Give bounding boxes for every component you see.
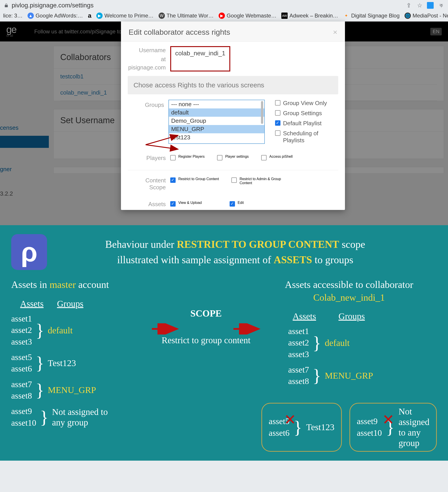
browser-chrome: pivlog.pisignage.com/settings ⇪ ☆ ক lice… bbox=[0, 0, 448, 21]
checkbox-icon bbox=[261, 155, 266, 160]
checkbox-icon bbox=[275, 120, 280, 126]
modal-title: Edit collaborator access rights bbox=[129, 28, 230, 37]
brace-icon: } bbox=[36, 325, 44, 336]
asset-group-row: asset1asset2asset3 } default bbox=[11, 313, 151, 348]
column-title: Assets accessible to collaborator Colab_… bbox=[261, 279, 437, 303]
players-label: Players bbox=[128, 154, 170, 162]
bookmark-item[interactable]: ✦Digital Signage Blog bbox=[343, 12, 400, 19]
bookmark-item[interactable]: WThe Ultimate Wor… bbox=[159, 12, 214, 19]
brace-icon: } bbox=[36, 385, 44, 395]
groups-label: Groups bbox=[128, 100, 168, 144]
mediapost-icon: 🌐 bbox=[405, 12, 411, 19]
checkbox-icon bbox=[231, 177, 237, 183]
username-label: Username at pisignage.com bbox=[128, 46, 170, 72]
pisignage-logo: ρ bbox=[11, 234, 47, 270]
lock-icon bbox=[4, 3, 9, 8]
bookmark-item[interactable]: a bbox=[88, 12, 92, 19]
check-group-view[interactable]: Group View Only bbox=[275, 100, 338, 107]
close-icon[interactable]: × bbox=[333, 28, 337, 37]
players-row: Players Register Players Player settings… bbox=[121, 151, 345, 167]
access-prompt: Chose access Rights to the various scree… bbox=[128, 76, 338, 94]
prime-icon: ▶ bbox=[96, 12, 102, 19]
column-title: Assets in master account bbox=[11, 279, 151, 290]
content-scope-label: Content Scope bbox=[128, 177, 170, 191]
check-register-players[interactable]: Register Players bbox=[170, 154, 204, 160]
group-permission-checks: Group View Only Group Settings Default P… bbox=[275, 100, 338, 144]
wordpress-icon: W bbox=[159, 12, 165, 19]
groups-select[interactable]: --- none --- default Demo_Group MENU_GRP… bbox=[168, 100, 265, 144]
brace-icon: } bbox=[313, 370, 321, 381]
check-scheduling[interactable]: Scheduling of Playlists bbox=[275, 130, 338, 144]
group-option-menu[interactable]: MENU_GRP bbox=[169, 125, 264, 133]
check-access-pishell[interactable]: Access piShell bbox=[261, 154, 293, 160]
checkbox-icon bbox=[170, 155, 176, 160]
modal-header: Edit collaborator access rights × bbox=[121, 21, 345, 42]
edit-collaborator-modal: Edit collaborator access rights × Userna… bbox=[121, 21, 345, 210]
username-row: Username at pisignage.com colab_new_indi… bbox=[121, 42, 345, 73]
table-header: AssetsGroups bbox=[293, 311, 437, 321]
bookmark-item[interactable]: lice: 3… bbox=[3, 12, 23, 19]
x-icon: × bbox=[383, 413, 394, 425]
bookmark-item[interactable]: 🌐MediaPost - News… bbox=[405, 12, 448, 19]
app-area: ge or all Follow us at twitter.com/piSig… bbox=[0, 21, 448, 225]
signage-icon: ✦ bbox=[343, 12, 349, 19]
infographic-title: Behaviour under RESTRICT TO GROUP CONTEN… bbox=[61, 236, 437, 267]
bookmark-item[interactable]: ▶Welcome to Prime… bbox=[96, 12, 154, 19]
excluded-box: asset9asset10 } Not assigned to any grou… bbox=[349, 403, 437, 452]
check-restrict-group[interactable]: Restrict to Group Content bbox=[170, 177, 219, 185]
group-option-none[interactable]: --- none --- bbox=[169, 100, 264, 108]
check-restrict-admin[interactable]: Restrict to Admin & Group Content bbox=[231, 177, 290, 185]
excluded-row: asset5asset6 } Test123 × asset9asset10 }… bbox=[261, 403, 437, 452]
youtube-icon: ▶ bbox=[219, 12, 225, 19]
asset-group-row: asset7asset8 } MENU_GRP bbox=[11, 379, 151, 402]
brace-icon: } bbox=[36, 358, 44, 368]
bookmark-item[interactable]: ▶Google Webmaste… bbox=[219, 12, 276, 19]
check-group-settings[interactable]: Group Settings bbox=[275, 110, 338, 117]
scope-arrows bbox=[151, 323, 261, 335]
group-option-demo[interactable]: Demo_Group bbox=[169, 117, 264, 125]
google-icon: ▲ bbox=[28, 12, 34, 19]
scrollbar-thumb[interactable] bbox=[261, 101, 263, 124]
share-icon[interactable]: ⇪ bbox=[406, 2, 412, 9]
address-bar: pivlog.pisignage.com/settings ⇪ ☆ ক bbox=[0, 0, 448, 11]
checkbox-icon bbox=[275, 100, 280, 105]
checkbox-icon bbox=[230, 201, 235, 206]
check-view-upload[interactable]: View & Upload bbox=[170, 201, 202, 206]
collaborator-assets-column: Assets accessible to collaborator Colab_… bbox=[261, 279, 437, 451]
asset-group-row: asset5asset6 } Test123 bbox=[11, 351, 151, 375]
checkbox-icon bbox=[275, 130, 280, 136]
assets-label: Assets bbox=[128, 201, 170, 208]
amazon-icon: a bbox=[88, 12, 92, 19]
url-text[interactable]: pivlog.pisignage.com/settings bbox=[12, 2, 403, 9]
hindi-icon[interactable]: ক bbox=[438, 2, 444, 9]
bookmark-item[interactable]: ▲Google AdWords:… bbox=[28, 12, 83, 19]
arrow-right-icon bbox=[151, 323, 180, 335]
groups-row: Groups --- none --- default Demo_Group M… bbox=[121, 99, 345, 151]
group-option-test[interactable]: test123 bbox=[169, 133, 264, 142]
group-option-default[interactable]: default bbox=[169, 108, 264, 117]
asset-group-row: asset1asset2asset3 } default bbox=[288, 326, 437, 360]
asset-group-row: asset9asset10 } Not assigned to any grou… bbox=[11, 406, 151, 429]
scope-column: SCOPE Restrict to group content bbox=[157, 279, 255, 451]
brace-icon: } bbox=[313, 338, 321, 348]
checkbox-icon bbox=[170, 201, 176, 206]
extension-icon[interactable] bbox=[427, 2, 434, 9]
content-scope-row: Content Scope Restrict to Group Content … bbox=[121, 173, 345, 197]
check-player-settings[interactable]: Player settings bbox=[217, 154, 249, 160]
collaborator-name: Colab_new_indi_1 bbox=[261, 292, 437, 303]
divider bbox=[128, 170, 338, 170]
x-icon: × bbox=[285, 413, 296, 425]
check-edit[interactable]: Edit bbox=[230, 201, 244, 206]
infographic: ρ Behaviour under RESTRICT TO GROUP CONT… bbox=[0, 225, 448, 461]
checkbox-icon bbox=[275, 110, 280, 116]
master-assets-column: Assets in master account AssetsGroups as… bbox=[11, 279, 151, 451]
star-icon[interactable]: ☆ bbox=[416, 2, 423, 9]
scope-heading: SCOPE bbox=[157, 308, 255, 319]
adweek-icon: AW bbox=[281, 12, 288, 19]
bookmark-item[interactable]: AWAdweek – Breakin… bbox=[281, 12, 338, 19]
check-default-playlist[interactable]: Default Playlist bbox=[275, 120, 338, 127]
table-header: AssetsGroups bbox=[20, 298, 151, 309]
arrow-right-icon bbox=[232, 323, 261, 335]
scope-subtitle: Restrict to group content bbox=[157, 335, 255, 346]
toolbar-icons: ⇪ ☆ ক bbox=[406, 2, 444, 9]
